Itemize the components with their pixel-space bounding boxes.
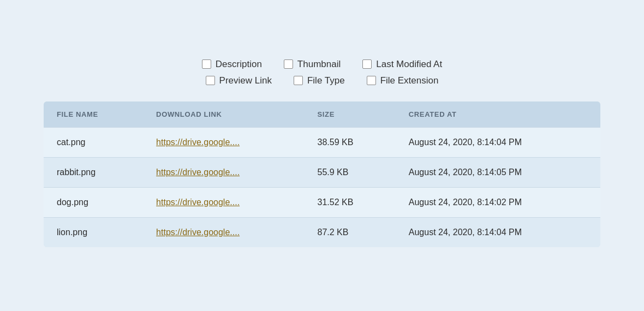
cell-created-at: August 24, 2020, 8:14:02 PM: [396, 187, 600, 217]
cell-file-name: dog.png: [44, 187, 143, 217]
file-table: FILE NAME DOWNLOAD LINK SIZE CREATED AT …: [44, 101, 600, 247]
cell-created-at: August 24, 2020, 8:14:04 PM: [396, 217, 600, 247]
file-table-wrapper: FILE NAME DOWNLOAD LINK SIZE CREATED AT …: [44, 101, 600, 247]
cell-size: 31.52 KB: [305, 187, 396, 217]
download-link-anchor[interactable]: https://drive.google....: [156, 198, 240, 207]
table-row: dog.pnghttps://drive.google....31.52 KBA…: [44, 187, 600, 217]
checkbox-file-extension-input[interactable]: [367, 76, 376, 85]
col-header-created-at: CREATED AT: [396, 101, 600, 128]
cell-created-at: August 24, 2020, 8:14:05 PM: [396, 157, 600, 187]
checkbox-description[interactable]: Description: [202, 59, 262, 70]
checkbox-preview-link[interactable]: Preview Link: [206, 75, 272, 86]
cell-download-link[interactable]: https://drive.google....: [143, 217, 304, 247]
cell-download-link[interactable]: https://drive.google....: [143, 157, 304, 187]
checkbox-file-type-label: File Type: [307, 75, 345, 86]
checkbox-file-extension-label: File Extension: [380, 75, 439, 86]
cell-created-at: August 24, 2020, 8:14:04 PM: [396, 127, 600, 157]
checkbox-description-input[interactable]: [202, 59, 211, 69]
checkbox-last-modified-label: Last Modified At: [376, 59, 442, 70]
checkbox-file-extension[interactable]: File Extension: [367, 75, 439, 86]
checkbox-file-type[interactable]: File Type: [294, 75, 345, 86]
col-header-download-link: DOWNLOAD LINK: [143, 101, 304, 128]
checkbox-thumbnail-input[interactable]: [284, 59, 293, 69]
cell-size: 87.2 KB: [305, 217, 396, 247]
col-header-file-name: FILE NAME: [44, 101, 143, 128]
cell-download-link[interactable]: https://drive.google....: [143, 187, 304, 217]
cell-file-name: rabbit.png: [44, 157, 143, 187]
cell-file-name: cat.png: [44, 127, 143, 157]
col-header-size: SIZE: [305, 101, 396, 128]
download-link-anchor[interactable]: https://drive.google....: [156, 168, 240, 177]
checkbox-last-modified-input[interactable]: [362, 59, 372, 69]
table-row: rabbit.pnghttps://drive.google....55.9 K…: [44, 157, 600, 187]
cell-size: 55.9 KB: [305, 157, 396, 187]
cell-download-link[interactable]: https://drive.google....: [143, 127, 304, 157]
checkbox-thumbnail[interactable]: Thumbnail: [284, 59, 341, 70]
download-link-anchor[interactable]: https://drive.google....: [156, 137, 240, 147]
checkbox-row-1: Description Thumbnail Last Modified At: [202, 59, 442, 70]
checkbox-thumbnail-label: Thumbnail: [297, 59, 341, 70]
filter-checkboxes: Description Thumbnail Last Modified At P…: [44, 59, 600, 86]
table-row: cat.pnghttps://drive.google....38.59 KBA…: [44, 127, 600, 157]
checkbox-preview-link-label: Preview Link: [219, 75, 272, 86]
download-link-anchor[interactable]: https://drive.google....: [156, 228, 240, 237]
cell-file-name: lion.png: [44, 217, 143, 247]
checkbox-preview-link-input[interactable]: [206, 76, 215, 85]
checkbox-file-type-input[interactable]: [294, 76, 303, 85]
table-header-row: FILE NAME DOWNLOAD LINK SIZE CREATED AT: [44, 101, 600, 128]
cell-size: 38.59 KB: [305, 127, 396, 157]
table-row: lion.pnghttps://drive.google....87.2 KBA…: [44, 217, 600, 247]
checkbox-description-label: Description: [216, 59, 262, 70]
checkbox-row-2: Preview Link File Type File Extension: [206, 75, 439, 86]
main-container: Description Thumbnail Last Modified At P…: [22, 48, 622, 264]
checkbox-last-modified[interactable]: Last Modified At: [362, 59, 442, 70]
